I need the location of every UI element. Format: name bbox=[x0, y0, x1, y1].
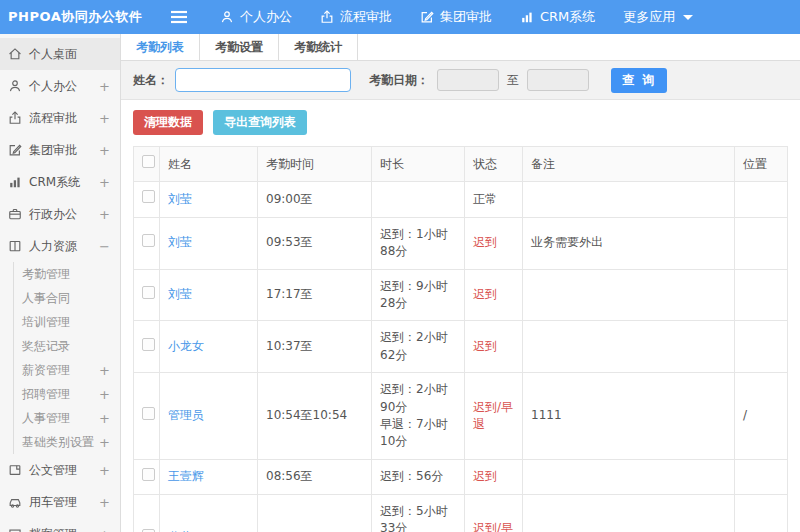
sidebar-item-archives[interactable]: 档案管理 + bbox=[0, 518, 120, 532]
location bbox=[735, 182, 788, 217]
filter-bar: 姓名： 考勤日期： 至 查 询 bbox=[121, 61, 800, 100]
expand-toggle[interactable]: + bbox=[99, 495, 110, 510]
bar-chart-icon bbox=[520, 10, 534, 24]
select-all-checkbox[interactable] bbox=[142, 155, 155, 168]
nav-workflow-approval[interactable]: 流程审批 bbox=[320, 8, 392, 26]
search-button[interactable]: 查 询 bbox=[611, 68, 667, 93]
column-header: 状态 bbox=[465, 147, 523, 182]
employee-name-link[interactable]: 刘莹 bbox=[168, 287, 192, 301]
employee-name-link[interactable]: 王壹辉 bbox=[168, 469, 204, 483]
sidebar-sublabel: 奖惩记录 bbox=[22, 338, 110, 355]
nav-personal-office[interactable]: 个人办公 bbox=[220, 8, 292, 26]
row-checkbox[interactable] bbox=[142, 190, 155, 203]
tab-attendance-list[interactable]: 考勤列表 bbox=[121, 34, 200, 60]
tab-attendance-stats[interactable]: 考勤统计 bbox=[279, 34, 358, 60]
row-checkbox[interactable] bbox=[142, 338, 155, 351]
expand-toggle: + bbox=[99, 363, 110, 378]
status-badge: 迟到 bbox=[473, 339, 497, 353]
sidebar-label: 流程审批 bbox=[29, 110, 99, 127]
sidebar-item-admin-office[interactable]: 行政办公 + bbox=[0, 198, 120, 230]
user-icon bbox=[220, 10, 234, 24]
expand-toggle[interactable]: + bbox=[99, 463, 110, 478]
top-bar: PHPOA协同办公软件 个人办公 流程审批 集团审批 CRM系统 更多应用 bbox=[0, 0, 800, 34]
tab-attendance-settings[interactable]: 考勤设置 bbox=[200, 34, 279, 60]
date-to-input[interactable] bbox=[527, 69, 589, 91]
clear-data-button[interactable]: 清理数据 bbox=[133, 110, 203, 135]
nav-label: 个人办公 bbox=[240, 8, 292, 26]
expand-toggle: + bbox=[99, 435, 110, 450]
row-checkbox[interactable] bbox=[142, 286, 155, 299]
expand-toggle[interactable]: + bbox=[99, 143, 110, 158]
employee-name-link[interactable]: 刘莹 bbox=[168, 235, 192, 249]
expand-toggle[interactable]: + bbox=[99, 207, 110, 222]
row-checkbox[interactable] bbox=[142, 468, 155, 481]
sidebar-subitem[interactable]: 人事合同 bbox=[14, 286, 120, 310]
note bbox=[523, 269, 735, 321]
attendance-time: 13:20至13:20 bbox=[258, 495, 372, 532]
sidebar-subitem[interactable]: 考勤管理 bbox=[14, 262, 120, 286]
table-row: 刘莹 17:17至 迟到：9小时28分 迟到 bbox=[134, 269, 788, 321]
export-list-button[interactable]: 导出查询列表 bbox=[213, 110, 307, 135]
table-row: 刘莹 09:53至 迟到：1小时88分 迟到 业务需要外出 bbox=[134, 217, 788, 269]
briefcase-icon bbox=[8, 207, 23, 222]
sidebar-subitem[interactable]: 人事管理 + bbox=[14, 406, 120, 430]
employee-name-link[interactable]: 小龙女 bbox=[168, 339, 204, 353]
note bbox=[523, 321, 735, 373]
expand-toggle[interactable]: + bbox=[99, 175, 110, 190]
sidebar-item-vehicles[interactable]: 用车管理 + bbox=[0, 486, 120, 518]
nav-crm[interactable]: CRM系统 bbox=[520, 8, 595, 26]
date-from-input[interactable] bbox=[437, 69, 499, 91]
sidebar-item-workflow-approval[interactable]: 流程审批 + bbox=[0, 102, 120, 134]
location bbox=[735, 217, 788, 269]
expand-toggle[interactable]: + bbox=[99, 527, 110, 532]
sidebar-item-group-approval[interactable]: 集团审批 + bbox=[0, 134, 120, 166]
expand-toggle[interactable]: + bbox=[99, 79, 110, 94]
row-checkbox[interactable] bbox=[142, 529, 155, 532]
table-row: 黄蓉 13:20至13:20 迟到：5小时33分 早退：4小时67分 迟到/早退… bbox=[134, 495, 788, 532]
note bbox=[523, 459, 735, 494]
action-toolbar: 清理数据 导出查询列表 bbox=[121, 100, 800, 146]
sidebar-item-documents[interactable]: 公文管理 + bbox=[0, 454, 120, 486]
attendance-time: 10:54至10:54 bbox=[258, 373, 372, 460]
sidebar-subitem[interactable]: 薪资管理 + bbox=[14, 358, 120, 382]
name-input[interactable] bbox=[175, 68, 351, 92]
duration: 迟到：9小时28分 bbox=[372, 269, 465, 321]
sidebar-item-hr[interactable]: 人力资源 − bbox=[0, 230, 120, 262]
sidebar-subitem[interactable]: 奖惩记录 bbox=[14, 334, 120, 358]
location bbox=[735, 459, 788, 494]
employee-name-link[interactable]: 刘莹 bbox=[168, 192, 192, 206]
table-row: 管理员 10:54至10:54 迟到：2小时90分 早退：7小时10分 迟到/早… bbox=[134, 373, 788, 460]
date-label: 考勤日期： bbox=[369, 72, 429, 89]
sidebar-subitem[interactable]: 招聘管理 + bbox=[14, 382, 120, 406]
note bbox=[523, 495, 735, 532]
note: 业务需要外出 bbox=[523, 217, 735, 269]
nav-group-approval[interactable]: 集团审批 bbox=[420, 8, 492, 26]
attendance-time: 17:17至 bbox=[258, 269, 372, 321]
sidebar-sublabel: 薪资管理 bbox=[22, 362, 99, 379]
sidebar-sublabel: 招聘管理 bbox=[22, 386, 99, 403]
employee-name-link[interactable]: 管理员 bbox=[168, 408, 204, 422]
menu-toggle-icon[interactable] bbox=[170, 10, 188, 24]
location bbox=[735, 321, 788, 373]
sidebar-item-desktop[interactable]: 个人桌面 bbox=[0, 38, 120, 70]
expand-toggle: + bbox=[99, 387, 110, 402]
expand-toggle[interactable]: + bbox=[99, 111, 110, 126]
collapse-toggle[interactable]: − bbox=[99, 239, 110, 254]
nav-more-apps[interactable]: 更多应用 bbox=[623, 8, 693, 26]
attendance-time: 09:00至 bbox=[258, 182, 372, 217]
sidebar-item-personal-office[interactable]: 个人办公 + bbox=[0, 70, 120, 102]
sidebar-item-crm[interactable]: CRM系统 + bbox=[0, 166, 120, 198]
sidebar: 个人桌面 个人办公 + 流程审批 + 集团审批 + CRM系统 + 行政办公 + bbox=[0, 34, 121, 532]
hr-submenu: 考勤管理 人事合同 培训管理 奖惩记录 bbox=[13, 262, 120, 454]
to-label: 至 bbox=[507, 72, 519, 89]
attendance-time: 09:53至 bbox=[258, 217, 372, 269]
sidebar-subitem[interactable]: 基础类别设置 + bbox=[14, 430, 120, 454]
duration: 迟到：1小时88分 bbox=[372, 217, 465, 269]
app-logo: PHPOA协同办公软件 bbox=[0, 8, 152, 26]
row-checkbox[interactable] bbox=[142, 407, 155, 420]
table-row: 刘莹 09:00至 正常 bbox=[134, 182, 788, 217]
sidebar-subitem[interactable]: 培训管理 bbox=[14, 310, 120, 334]
row-checkbox[interactable] bbox=[142, 234, 155, 247]
status-badge: 迟到 bbox=[473, 287, 497, 301]
home-icon bbox=[8, 47, 23, 62]
